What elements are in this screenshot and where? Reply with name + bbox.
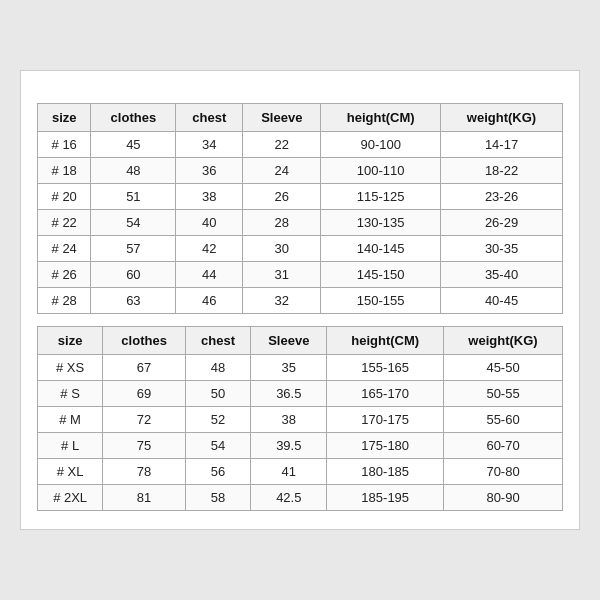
table-cell: 40-45 [441, 288, 563, 314]
table-cell: 39.5 [251, 433, 327, 459]
table-cell: 44 [176, 262, 243, 288]
table-cell: 32 [243, 288, 321, 314]
table-cell: 145-150 [321, 262, 441, 288]
table-cell: 35-40 [441, 262, 563, 288]
table-cell: 26-29 [441, 210, 563, 236]
table-cell: 48 [91, 158, 176, 184]
table-cell: 34 [176, 132, 243, 158]
table-cell: 180-185 [327, 459, 444, 485]
table-cell: 78 [103, 459, 186, 485]
size-chart-card: sizeclotheschestSleeveheight(CM)weight(K… [20, 70, 580, 530]
table-row: # 24574230140-14530-35 [38, 236, 563, 262]
table-cell: 60-70 [444, 433, 563, 459]
table-cell: 36 [176, 158, 243, 184]
table-cell: 42 [176, 236, 243, 262]
table-row: # 2XL815842.5185-19580-90 [38, 485, 563, 511]
table-cell: 75 [103, 433, 186, 459]
table-cell: 170-175 [327, 407, 444, 433]
table-cell: # XL [38, 459, 103, 485]
table-cell: 24 [243, 158, 321, 184]
table-row: # 28634632150-15540-45 [38, 288, 563, 314]
table-cell: 54 [185, 433, 250, 459]
table-cell: 60 [91, 262, 176, 288]
column-header: clothes [103, 327, 186, 355]
column-header: size [38, 104, 91, 132]
table-cell: 63 [91, 288, 176, 314]
table-cell: 57 [91, 236, 176, 262]
table-cell: 30-35 [441, 236, 563, 262]
table-cell: 67 [103, 355, 186, 381]
table-cell: # 16 [38, 132, 91, 158]
size-table-2: sizeclotheschestSleeveheight(CM)weight(K… [37, 326, 563, 511]
table-row: # 22544028130-13526-29 [38, 210, 563, 236]
table-cell: 52 [185, 407, 250, 433]
table-cell: # L [38, 433, 103, 459]
table-cell: 18-22 [441, 158, 563, 184]
table-cell: 50 [185, 381, 250, 407]
section-gap [37, 314, 563, 326]
table-cell: 23-26 [441, 184, 563, 210]
table-row: # 1645342290-10014-17 [38, 132, 563, 158]
table-cell: # XS [38, 355, 103, 381]
table-cell: 45-50 [444, 355, 563, 381]
table-cell: 130-135 [321, 210, 441, 236]
table-cell: 51 [91, 184, 176, 210]
table-cell: 140-145 [321, 236, 441, 262]
table-cell: # M [38, 407, 103, 433]
table-cell: 14-17 [441, 132, 563, 158]
table-cell: 115-125 [321, 184, 441, 210]
column-header: height(CM) [327, 327, 444, 355]
column-header: Sleeve [251, 327, 327, 355]
table-row: # 20513826115-12523-26 [38, 184, 563, 210]
column-header: height(CM) [321, 104, 441, 132]
table-cell: 38 [251, 407, 327, 433]
table-cell: # 2XL [38, 485, 103, 511]
table-cell: 26 [243, 184, 321, 210]
table-row: # M725238170-17555-60 [38, 407, 563, 433]
table-cell: 48 [185, 355, 250, 381]
table-cell: 70-80 [444, 459, 563, 485]
size-table-1: sizeclotheschestSleeveheight(CM)weight(K… [37, 103, 563, 314]
table-cell: 155-165 [327, 355, 444, 381]
column-header: size [38, 327, 103, 355]
table-row: # XL785641180-18570-80 [38, 459, 563, 485]
table-cell: 90-100 [321, 132, 441, 158]
table-cell: 54 [91, 210, 176, 236]
table-cell: 175-180 [327, 433, 444, 459]
table-cell: 69 [103, 381, 186, 407]
table-cell: 30 [243, 236, 321, 262]
table-row: # 18483624100-11018-22 [38, 158, 563, 184]
table-cell: 80-90 [444, 485, 563, 511]
table-cell: 28 [243, 210, 321, 236]
table-cell: 185-195 [327, 485, 444, 511]
table-cell: 150-155 [321, 288, 441, 314]
table-row: # 26604431145-15035-40 [38, 262, 563, 288]
table-cell: # 24 [38, 236, 91, 262]
column-header: weight(KG) [441, 104, 563, 132]
table-cell: # 22 [38, 210, 91, 236]
table-cell: 35 [251, 355, 327, 381]
table-cell: 55-60 [444, 407, 563, 433]
table-cell: 31 [243, 262, 321, 288]
table-cell: 40 [176, 210, 243, 236]
table-cell: 50-55 [444, 381, 563, 407]
table-cell: 58 [185, 485, 250, 511]
column-header: chest [185, 327, 250, 355]
column-header: chest [176, 104, 243, 132]
table-cell: # 18 [38, 158, 91, 184]
table-cell: 72 [103, 407, 186, 433]
column-header: weight(KG) [444, 327, 563, 355]
table-cell: # S [38, 381, 103, 407]
table-cell: 46 [176, 288, 243, 314]
table-row: # XS674835155-16545-50 [38, 355, 563, 381]
table-cell: 100-110 [321, 158, 441, 184]
table-cell: # 26 [38, 262, 91, 288]
table-cell: # 20 [38, 184, 91, 210]
table-cell: 81 [103, 485, 186, 511]
table-cell: 38 [176, 184, 243, 210]
table-cell: 56 [185, 459, 250, 485]
table-cell: 165-170 [327, 381, 444, 407]
table-row: # L755439.5175-18060-70 [38, 433, 563, 459]
column-header: clothes [91, 104, 176, 132]
table-cell: 42.5 [251, 485, 327, 511]
